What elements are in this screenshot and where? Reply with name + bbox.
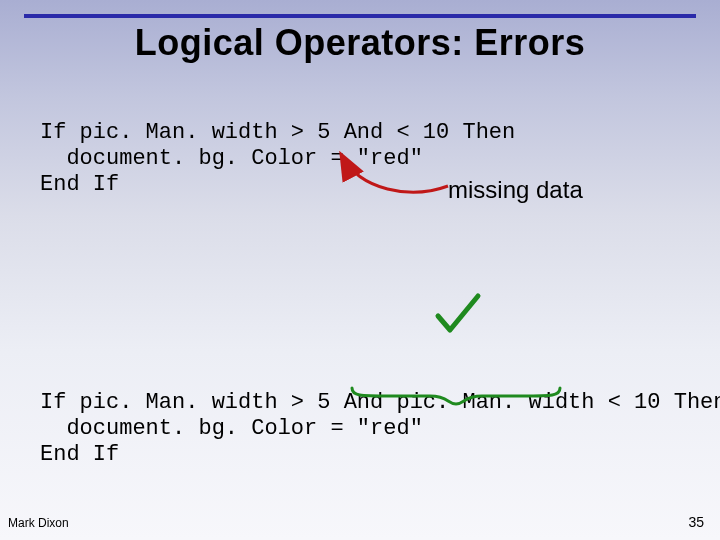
footer-page-number: 35: [688, 514, 704, 530]
code-block-incorrect: If pic. Man. width > 5 And < 10 Then doc…: [40, 120, 515, 198]
code-block-correct: If pic. Man. width > 5 And pic. Man. wid…: [40, 390, 720, 468]
annotation-missing-data: missing data: [448, 176, 583, 204]
checkmark-icon: [438, 296, 478, 330]
footer-author: Mark Dixon: [8, 516, 69, 530]
header-rule: [24, 14, 696, 18]
page-title: Logical Operators: Errors: [0, 22, 720, 64]
